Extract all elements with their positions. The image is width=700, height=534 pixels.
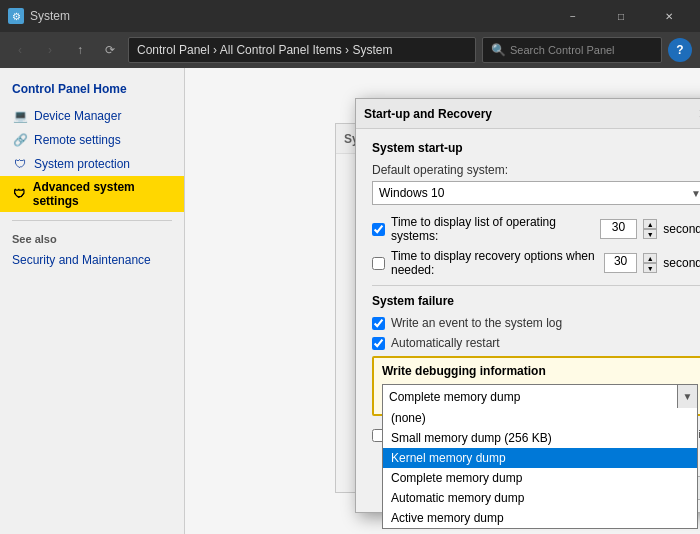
default-os-value: Windows 10 [379,186,444,200]
sidebar-item-label: Remote settings [34,133,121,147]
forward-button[interactable]: › [38,38,62,62]
debug-dropdown-arrow[interactable]: ▼ [677,385,697,409]
time-display-checkbox[interactable] [372,223,385,236]
time-display-input[interactable]: 30 [600,219,638,239]
main-layout: Control Panel Home 💻 Device Manager 🔗 Re… [0,68,700,534]
search-box[interactable]: 🔍 Search Control Panel [482,37,662,63]
sidebar-divider [12,220,172,221]
option-kernel[interactable]: Kernel memory dump [383,448,697,468]
advanced-settings-icon: 🛡 [12,186,27,202]
refresh-button[interactable]: ⟳ [98,38,122,62]
auto-restart-row: Automatically restart [372,336,700,350]
sidebar-item-advanced-system-settings[interactable]: 🛡 Advanced system settings [0,176,184,212]
debug-dropdown-options: (none) Small memory dump (256 KB) Kernel… [382,408,698,529]
spinner-up[interactable]: ▲ [643,219,657,229]
sidebar-item-remote-settings[interactable]: 🔗 Remote settings [0,128,184,152]
dialog-close-button[interactable]: ✕ [692,103,700,125]
sidebar-item-label: Advanced system settings [33,180,172,208]
debug-dropdown-value: Complete memory dump [389,390,520,404]
close-button[interactable]: ✕ [646,0,692,32]
sidebar-item-device-manager[interactable]: 💻 Device Manager [0,104,184,128]
default-os-group: Default operating system: Windows 10 ▼ [372,163,700,205]
device-manager-icon: 💻 [12,108,28,124]
window-controls: − □ ✕ [550,0,692,32]
section-divider [372,285,700,286]
app-icon: ⚙ [8,8,24,24]
write-event-row: Write an event to the system log [372,316,700,330]
auto-restart-label: Automatically restart [391,336,500,350]
time-display-spinner[interactable]: ▲ ▼ [643,219,657,239]
time-recovery-unit: seconds [663,256,700,270]
address-bar: ‹ › ↑ ⟳ Control Panel › All Control Pane… [0,32,700,68]
spinner-down[interactable]: ▼ [643,229,657,239]
time-display-row: Time to display list of operating system… [372,215,700,243]
search-icon: 🔍 [491,43,506,57]
system-startup-label: System start-up [372,141,700,155]
dropdown-arrow-icon: ▼ [691,188,700,199]
dialog-title-bar: Start-up and Recovery ✕ [356,99,700,129]
time-display-label: Time to display list of operating system… [391,215,594,243]
see-also-label: See also [0,229,184,249]
option-small[interactable]: Small memory dump (256 KB) [383,428,697,448]
time-recovery-checkbox[interactable] [372,257,385,270]
system-protection-icon: 🛡 [12,156,28,172]
dialog-content: System start-up Default operating system… [356,129,700,468]
debug-dropdown[interactable]: Complete memory dump ▼ [382,384,698,408]
time-recovery-spinner[interactable]: ▲ ▼ [643,253,657,273]
spinner-up2[interactable]: ▲ [643,253,657,263]
content-area: dows 10 50 GHz 🛡 Change settings 🛡 Chang… [185,68,700,534]
sidebar-item-security[interactable]: Security and Maintenance [0,249,184,271]
sidebar-item-label: System protection [34,157,130,171]
search-placeholder: Search Control Panel [510,44,615,56]
remote-settings-icon: 🔗 [12,132,28,148]
window-title: System [30,9,70,23]
default-os-label: Default operating system: [372,163,700,177]
path-text: Control Panel › All Control Panel Items … [137,43,392,57]
maximize-button[interactable]: □ [598,0,644,32]
write-debug-label: Write debugging information [382,364,698,378]
time-recovery-row: Time to display recovery options when ne… [372,249,700,277]
time-recovery-input[interactable]: 30 [604,253,637,273]
time-recovery-label: Time to display recovery options when ne… [391,249,598,277]
system-failure-label: System failure [372,294,700,308]
option-complete[interactable]: Complete memory dump [383,468,697,488]
sidebar-item-label: Device Manager [34,109,121,123]
up-button[interactable]: ↑ [68,38,92,62]
default-os-dropdown[interactable]: Windows 10 ▼ [372,181,700,205]
sidebar-item-system-protection[interactable]: 🛡 System protection [0,152,184,176]
option-none[interactable]: (none) [383,408,697,428]
write-event-checkbox[interactable] [372,317,385,330]
security-link: Security and Maintenance [12,253,151,267]
sidebar: Control Panel Home 💻 Device Manager 🔗 Re… [0,68,185,534]
write-event-label: Write an event to the system log [391,316,562,330]
title-bar: ⚙ System − □ ✕ [0,0,700,32]
help-button[interactable]: ? [668,38,692,62]
spinner-down2[interactable]: ▼ [643,263,657,273]
time-display-unit: seconds [663,222,700,236]
startup-recovery-dialog: Start-up and Recovery ✕ System start-up … [355,98,700,513]
auto-restart-checkbox[interactable] [372,337,385,350]
back-button[interactable]: ‹ [8,38,32,62]
write-debug-section: Write debugging information Complete mem… [372,356,700,416]
sidebar-title[interactable]: Control Panel Home [0,78,184,104]
option-automatic[interactable]: Automatic memory dump [383,488,697,508]
address-path[interactable]: Control Panel › All Control Panel Items … [128,37,476,63]
option-active[interactable]: Active memory dump [383,508,697,528]
minimize-button[interactable]: − [550,0,596,32]
debug-dropdown-container: Complete memory dump ▼ (none) Small memo… [382,384,698,408]
dialog-title: Start-up and Recovery [364,107,692,121]
